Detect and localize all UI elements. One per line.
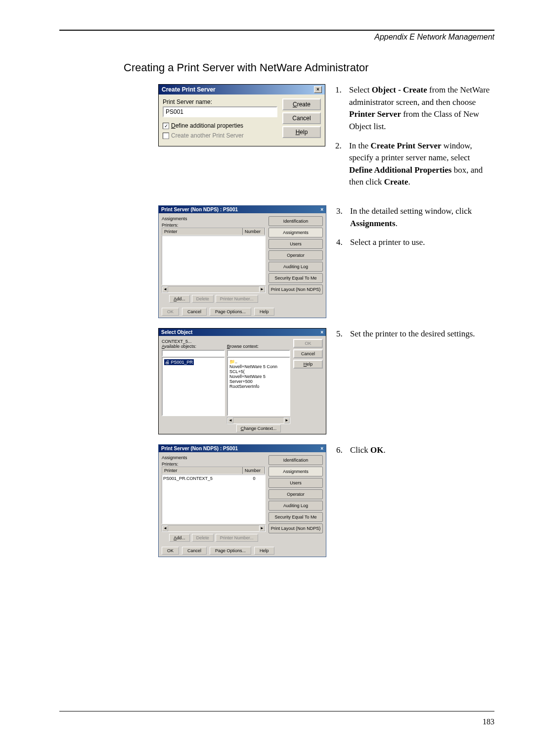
- browse-context-label: Browse context:: [227, 344, 290, 349]
- step-number: 1.: [335, 84, 349, 133]
- browse-context-list[interactable]: 📁.. Novell+NetWare 5 Conn SCL+5( Novell+…: [227, 357, 290, 416]
- tab-identification[interactable]: Identification: [268, 455, 323, 465]
- step-text: Select Object - Create from the NetWare …: [349, 84, 494, 133]
- printers-listbox[interactable]: [162, 236, 266, 285]
- section-title: Creating a Print Server with NetWare Adm…: [124, 61, 494, 74]
- cancel-button[interactable]: Cancel: [293, 349, 323, 358]
- cancel-button[interactable]: Cancel: [182, 308, 207, 316]
- printer-number-button[interactable]: Printer Number...: [216, 295, 258, 303]
- create-print-server-dialog: Create Print Server × Print Server name:…: [158, 84, 325, 146]
- close-icon[interactable]: ×: [320, 207, 323, 212]
- tab-users[interactable]: Users: [268, 478, 323, 488]
- step-number: 4.: [336, 236, 350, 249]
- page-options-button[interactable]: Page Options...: [210, 308, 251, 316]
- close-icon[interactable]: ×: [320, 330, 323, 335]
- list-item[interactable]: 🖨 PS001_PR: [164, 359, 194, 365]
- print-server-assignments-filled-dialog: Print Server (Non NDPS) : PS001 × Assign…: [158, 444, 326, 557]
- printers-listbox[interactable]: PS001_PR.CONTEXT_5 0: [162, 474, 266, 524]
- dialog-titlebar: Select Object ×: [159, 329, 326, 336]
- define-additional-checkbox[interactable]: ✓: [163, 123, 169, 129]
- table-row-number: 0: [244, 476, 264, 481]
- tab-assignments[interactable]: Assignments: [268, 228, 323, 237]
- create-another-checkbox[interactable]: [163, 133, 169, 139]
- horizontal-scrollbar[interactable]: ◄►: [227, 417, 290, 424]
- delete-button[interactable]: Delete: [192, 534, 214, 542]
- assignments-tab-label: Assignments: [162, 216, 266, 221]
- define-additional-label: Define additional properties: [171, 122, 243, 129]
- horizontal-scrollbar[interactable]: ◄►: [162, 286, 266, 293]
- help-button[interactable]: Help: [254, 308, 274, 316]
- step-number: 2.: [335, 140, 349, 189]
- page-number: 183: [483, 717, 494, 726]
- step-text: Select a printer to use.: [350, 236, 494, 249]
- ok-button[interactable]: OK: [293, 339, 323, 348]
- tree-up-icon[interactable]: 📁..: [229, 359, 288, 364]
- step-number: 3.: [336, 205, 350, 230]
- add-button[interactable]: Add...: [169, 534, 190, 542]
- tab-users[interactable]: Users: [268, 239, 323, 249]
- create-button[interactable]: Create: [282, 98, 321, 110]
- tab-identification[interactable]: Identification: [268, 216, 323, 226]
- printer-number-button[interactable]: Printer Number...: [216, 534, 258, 542]
- tab-security[interactable]: Security Equal To Me: [268, 273, 323, 283]
- change-context-button[interactable]: Change Context...: [236, 425, 281, 432]
- list-item[interactable]: RootServerInfo: [229, 384, 288, 389]
- step-number: 6.: [336, 444, 350, 457]
- tab-operator[interactable]: Operator: [268, 489, 323, 499]
- print-server-name-input[interactable]: [163, 106, 277, 117]
- dialog-title: Print Server (Non NDPS) : PS001: [161, 207, 238, 212]
- step-text: In the detailed setting window, click As…: [350, 205, 494, 230]
- step-number: 5.: [336, 328, 350, 340]
- dialog-title: Select Object: [161, 330, 192, 335]
- ok-button[interactable]: OK: [162, 308, 179, 316]
- header-appendix: Appendix E Network Management: [59, 33, 494, 42]
- column-printer: Printer: [162, 228, 243, 235]
- list-item[interactable]: Novell+NetWare 5 Server+500: [229, 374, 288, 384]
- tab-auditing[interactable]: Auditing Log: [268, 262, 323, 272]
- dialog-titlebar: Create Print Server ×: [159, 85, 325, 94]
- dialog-title: Create Print Server: [162, 86, 216, 93]
- tab-auditing[interactable]: Auditing Log: [268, 501, 323, 511]
- tab-printlayout[interactable]: Print Layout (Non NDPS): [268, 523, 323, 533]
- close-icon[interactable]: ×: [320, 446, 323, 451]
- add-button[interactable]: Add...: [169, 295, 190, 303]
- delete-button[interactable]: Delete: [192, 295, 214, 303]
- step-text: In the Create Print Server window, speci…: [349, 140, 494, 189]
- step-text: Set the printer to the desired settings.: [350, 328, 494, 340]
- help-button[interactable]: Help: [282, 126, 321, 138]
- header-rule: [59, 30, 494, 31]
- ok-button[interactable]: OK: [162, 547, 179, 555]
- tab-printlayout[interactable]: Print Layout (Non NDPS): [268, 284, 323, 294]
- column-printer: Printer: [162, 467, 243, 474]
- printers-label: Printers:: [162, 223, 266, 228]
- tab-assignments[interactable]: Assignments: [268, 467, 323, 476]
- footer-rule: [59, 711, 494, 711]
- print-server-name-label: Print Server name:: [163, 98, 277, 105]
- close-icon[interactable]: ×: [314, 86, 322, 93]
- tab-operator[interactable]: Operator: [268, 250, 323, 260]
- tab-security[interactable]: Security Equal To Me: [268, 512, 323, 522]
- column-number: Number: [243, 467, 265, 474]
- dialog-title: Print Server (Non NDPS) : PS001: [161, 446, 238, 451]
- printers-label: Printers:: [162, 462, 266, 467]
- help-button[interactable]: Help: [254, 547, 274, 555]
- list-item[interactable]: Novell+NetWare 5 Conn SCL+5(: [229, 364, 288, 374]
- select-object-dialog: Select Object × CONTEXT_5... Available o…: [158, 328, 326, 434]
- step-text: Click OK.: [350, 444, 494, 457]
- table-row-printer[interactable]: PS001_PR.CONTEXT_5: [163, 476, 244, 481]
- help-button[interactable]: Help: [293, 360, 323, 369]
- page-options-button[interactable]: Page Options...: [210, 547, 251, 555]
- column-number: Number: [243, 228, 265, 235]
- print-server-assignments-dialog: Print Server (Non NDPS) : PS001 × Assign…: [158, 205, 326, 318]
- assignments-tab-label: Assignments: [162, 455, 266, 460]
- context-label: CONTEXT_5...: [162, 339, 290, 344]
- cancel-button[interactable]: Cancel: [182, 547, 207, 555]
- cancel-button[interactable]: Cancel: [282, 112, 321, 124]
- available-objects-list[interactable]: 🖨 PS001_PR: [162, 357, 225, 416]
- dialog-titlebar: Print Server (Non NDPS) : PS001 ×: [159, 206, 326, 213]
- dialog-titlebar: Print Server (Non NDPS) : PS001 ×: [159, 445, 326, 452]
- available-objects-label: Available objects:: [162, 344, 225, 349]
- horizontal-scrollbar[interactable]: ◄►: [162, 525, 266, 532]
- create-another-label: Create another Print Server: [171, 132, 244, 139]
